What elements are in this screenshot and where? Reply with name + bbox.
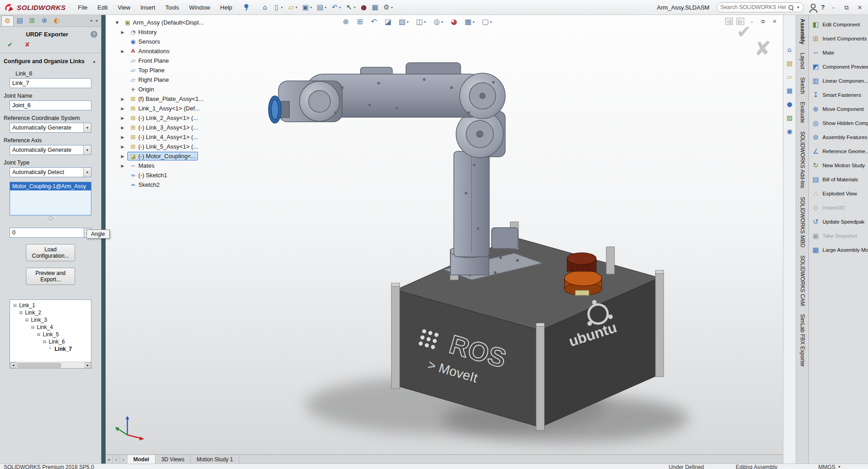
menu-item[interactable]: Help (215, 0, 237, 15)
command-item[interactable]: Reference Geome... (811, 146, 868, 157)
commandmanager-tab[interactable]: Assembly (799, 19, 806, 45)
viewport[interactable]: ROS > MoveIt ubuntu (106, 15, 783, 464)
document-minimize-icon[interactable] (748, 18, 756, 25)
scroll-left-icon[interactable] (88, 16, 94, 25)
urdf-tree-item[interactable]: ⊟ Link_3 (11, 316, 90, 324)
previous-window-icon[interactable] (725, 18, 733, 25)
section-header[interactable]: Configure and Organize Links (0, 53, 101, 67)
flyout-caret-icon[interactable]: ▾ (354, 5, 357, 10)
estop-button[interactable] (565, 253, 602, 295)
feature-tree-item[interactable]: Top Plane (121, 65, 206, 75)
commandmanager-tab[interactable]: SOLIDWORKS CAM (799, 255, 806, 306)
command-item[interactable]: Assembly Features (811, 132, 868, 143)
menu-item[interactable]: Tools (160, 0, 184, 15)
feature-tree-item[interactable]: Origin (121, 85, 206, 94)
command-item[interactable]: Update Speedpak (811, 216, 868, 227)
flyout-caret-icon[interactable]: ▾ (490, 20, 493, 24)
collapse-box-icon[interactable]: └ (49, 347, 54, 351)
command-item[interactable]: Linear Componen... (811, 75, 868, 86)
cancel-button[interactable] (23, 40, 32, 49)
toolbar-button[interactable]: ▾ (272, 2, 285, 12)
urdf-tree-item[interactable]: ⊟ Link_4 (11, 324, 90, 331)
collapse-box-icon[interactable]: ⊟ (31, 325, 36, 329)
feature-tree-root[interactable]: ▼ Arm_Assy (Default<Displ... (116, 18, 206, 27)
appearances-icon[interactable] (785, 100, 794, 109)
feature-tree-item[interactable]: ▶ Link_1_Assy<1> (Def... (121, 104, 206, 113)
expand-arrow-icon[interactable]: ▶ (121, 97, 127, 101)
menu-item[interactable]: Window (184, 0, 215, 15)
joint-type-select[interactable]: Automatically Detect (10, 167, 91, 177)
urdf-tree-item[interactable]: └ Link_7 (11, 345, 90, 353)
urdf-tree-item[interactable]: ⊟ Link_2 (11, 309, 90, 316)
view-tool-button[interactable] (369, 17, 379, 27)
scroll-first-icon[interactable] (106, 455, 113, 464)
collapse-box-icon[interactable]: ⊟ (19, 310, 24, 315)
toolbar-button[interactable]: ▾ (301, 2, 314, 12)
panel-tab[interactable] (26, 15, 38, 26)
view-tool-button[interactable]: ▾ (432, 17, 445, 27)
file-explorer-icon[interactable] (785, 72, 794, 81)
document-restore-icon[interactable] (759, 18, 767, 25)
3d-scene[interactable]: ROS > MoveIt ubuntu (106, 15, 783, 464)
joint-name-input[interactable] (10, 100, 91, 110)
flyout-caret-icon[interactable]: ▾ (325, 5, 328, 10)
confirmation-ok-icon[interactable] (737, 23, 751, 40)
command-item[interactable]: Bill of Materials (811, 174, 868, 185)
toolbar-button[interactable]: ▾ (382, 2, 395, 12)
reference-axis-select[interactable]: Automatically Generate (10, 145, 91, 155)
select-caret-icon[interactable] (83, 145, 91, 155)
scroll-left-icon[interactable] (10, 362, 16, 368)
feature-tree-item[interactable]: Right Plane (121, 75, 206, 85)
view-tab[interactable]: 3D Views (156, 455, 191, 464)
urdf-tree-item[interactable]: ⊟ Link_5 (11, 331, 90, 338)
command-item[interactable]: Mate (811, 47, 868, 58)
expand-arrow-icon[interactable]: ▶ (121, 49, 127, 54)
collapse-box-icon[interactable]: ⊟ (13, 303, 18, 308)
status-units[interactable]: MMGS (818, 464, 842, 469)
feature-tree-item[interactable]: ▶ (-) Link_3_Assy<1> (... (121, 123, 206, 132)
feature-tree-item[interactable]: ▶ (f) Base_Plate_Assy<1... (121, 94, 206, 104)
panel-tab[interactable] (38, 15, 50, 26)
close-icon[interactable] (855, 3, 864, 12)
view-tab[interactable]: Motion Study 1 (191, 455, 239, 464)
commandmanager-tab[interactable]: SimLab FBX Exporter (799, 314, 806, 367)
scroll-next-icon[interactable] (120, 455, 127, 464)
view-tool-button[interactable] (383, 17, 393, 27)
command-item[interactable]: Edit Component (811, 19, 868, 30)
toolbar-button[interactable]: ▾ (315, 2, 328, 12)
toolbar-button[interactable] (370, 2, 380, 12)
expand-arrow-icon[interactable]: ▼ (116, 20, 122, 25)
link-name-input[interactable] (10, 78, 91, 88)
flyout-caret-icon[interactable]: ▾ (339, 5, 343, 10)
next-window-icon[interactable] (737, 18, 744, 25)
flyout-caret-icon[interactable]: ▾ (391, 5, 394, 10)
help-icon[interactable] (91, 31, 97, 38)
scroll-right-icon[interactable] (85, 362, 91, 368)
expand-arrow-icon[interactable]: ▶ (121, 145, 127, 149)
command-item[interactable]: Large Assembly Mo... (811, 244, 868, 255)
expand-arrow-icon[interactable]: ▶ (121, 135, 127, 140)
document-close-icon[interactable] (771, 18, 778, 25)
confirmation-cancel-icon[interactable] (754, 39, 771, 59)
flyout-caret-icon[interactable]: ▾ (473, 20, 476, 24)
pin-icon[interactable] (243, 3, 250, 11)
horizontal-scrollbar[interactable] (10, 362, 91, 368)
flyout-caret-icon[interactable]: ▾ (407, 20, 410, 24)
flyout-caret-icon[interactable]: ▾ (281, 5, 284, 10)
scroll-prev-icon[interactable] (113, 455, 120, 464)
listbox-resize-grip[interactable] (49, 216, 53, 220)
minimize-icon[interactable] (829, 3, 838, 12)
forum-icon[interactable] (785, 127, 794, 136)
commandmanager-tab[interactable]: SOLIDWORKS MBD (799, 197, 806, 247)
view-tab[interactable]: Model (127, 455, 156, 464)
panel-tab[interactable] (50, 15, 63, 26)
menu-item[interactable]: View (113, 0, 136, 15)
toolbar-button[interactable] (260, 2, 270, 12)
menu-item[interactable]: Edit (92, 0, 112, 15)
feature-tree-item[interactable]: ▶ (-) Link_2_Assy<1> (... (121, 113, 206, 123)
menu-item[interactable]: File (73, 0, 92, 15)
command-item[interactable]: Component Preview (811, 61, 868, 72)
scrollbar-thumb[interactable] (17, 363, 61, 368)
flyout-caret-icon[interactable]: ▾ (424, 20, 427, 24)
selection-listbox[interactable]: Motor_Coupling-1@Arm_Assy (10, 182, 91, 215)
